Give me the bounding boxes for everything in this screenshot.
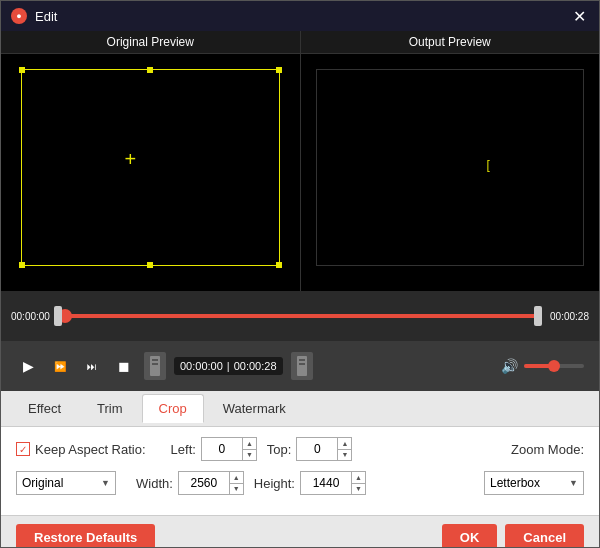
stop-button[interactable] [112,354,136,378]
top-input[interactable] [297,442,337,456]
original-preview-canvas: + [1,54,300,291]
letterbox-arrow-icon: ▼ [569,478,578,488]
total-time: 00:00:28 [234,360,277,372]
timeline-track[interactable] [58,314,542,318]
output-preview-canvas: [ [301,54,600,291]
zoom-mode-label: Zoom Mode: [511,442,584,457]
tab-crop[interactable]: Crop [142,394,204,423]
tab-watermark[interactable]: Watermark [206,394,303,423]
title-bar: ● Edit ✕ [1,1,599,31]
keep-aspect-ratio-label[interactable]: ✓ Keep Aspect Ratio: [16,442,146,457]
left-up[interactable]: ▲ [243,438,256,450]
width-up[interactable]: ▲ [230,472,243,484]
svg-rect-4 [299,359,305,361]
svg-rect-1 [152,359,158,361]
left-down[interactable]: ▼ [243,450,256,461]
restore-defaults-button[interactable]: Restore Defaults [16,524,155,548]
volume-icon: 🔊 [501,358,518,374]
width-label: Width: [136,476,173,491]
left-field-group: Left: ▲ ▼ [171,437,257,461]
crop-row-1: ✓ Keep Aspect Ratio: Left: ▲ ▼ Top: [16,437,584,461]
aspect-value: Original [22,476,63,490]
timeline-area[interactable]: 00:00:00 00:00:28 [1,291,599,341]
crosshair-icon: + [125,148,137,171]
timeline-bar[interactable]: 00:00:00 00:00:28 [11,291,589,341]
keep-aspect-text: Keep Aspect Ratio: [35,442,146,457]
width-down[interactable]: ▼ [230,484,243,495]
height-input[interactable] [301,476,351,490]
letterbox-select[interactable]: Letterbox ▼ [484,471,584,495]
app-icon: ● [11,8,27,24]
crop-handle-tm[interactable] [147,67,153,73]
timeline-fill [58,314,542,318]
crop-handle-bl[interactable] [19,262,25,268]
output-preview-panel: Output Preview [ [301,31,600,291]
fast-forward-button[interactable] [48,354,72,378]
current-time: 00:00:00 [180,360,223,372]
crop-handle-tl[interactable] [19,67,25,73]
time-separator: | [227,360,230,372]
timeline-end-time: 00:00:28 [550,311,589,322]
output-cursor: [ [486,158,489,172]
aspect-arrow-icon: ▼ [101,478,110,488]
ok-button[interactable]: OK [442,524,498,548]
dialog-title: Edit [35,9,569,24]
crop-handle-bm[interactable] [147,262,153,268]
volume-area: 🔊 [501,358,584,374]
preview-area: Original Preview + Output Preview [ [1,31,599,291]
volume-thumb[interactable] [548,360,560,372]
left-arrows: ▲ ▼ [242,438,256,460]
svg-rect-5 [299,363,305,365]
edit-dialog: ● Edit ✕ Original Preview + Output Pr [0,0,600,548]
left-spinner[interactable]: ▲ ▼ [201,437,257,461]
aspect-select[interactable]: Original ▼ [16,471,116,495]
left-label: Left: [171,442,196,457]
crop-handle-br[interactable] [276,262,282,268]
top-up[interactable]: ▲ [338,438,351,450]
top-label: Top: [267,442,292,457]
svg-rect-2 [152,363,158,365]
top-arrows: ▲ ▼ [337,438,351,460]
clip-start-icon [144,352,166,380]
tab-effect[interactable]: Effect [11,394,78,423]
left-input[interactable] [202,442,242,456]
timeline-left-marker[interactable] [54,306,62,326]
original-preview-label: Original Preview [1,31,300,54]
output-preview-label: Output Preview [301,31,600,54]
width-field-group: Width: ▲ ▼ [136,471,244,495]
cancel-button[interactable]: Cancel [505,524,584,548]
timeline-start-time: 00:00:00 [11,311,50,322]
footer: Restore Defaults OK Cancel [1,515,599,548]
play-button[interactable] [16,354,40,378]
height-down[interactable]: ▼ [352,484,365,495]
height-arrows: ▲ ▼ [351,472,365,494]
step-forward-button[interactable] [80,354,104,378]
letterbox-value: Letterbox [490,476,540,490]
close-button[interactable]: ✕ [569,6,589,26]
height-up[interactable]: ▲ [352,472,365,484]
height-spinner[interactable]: ▲ ▼ [300,471,366,495]
tabs-area: Effect Trim Crop Watermark [1,391,599,427]
timeline-right-marker[interactable] [534,306,542,326]
crop-row-2: Original ▼ Width: ▲ ▼ Height: [16,471,584,495]
height-label: Height: [254,476,295,491]
width-spinner[interactable]: ▲ ▼ [178,471,244,495]
tab-trim[interactable]: Trim [80,394,140,423]
crop-handle-tr[interactable] [276,67,282,73]
height-field-group: Height: ▲ ▼ [254,471,366,495]
clip-end-icon [291,352,313,380]
volume-slider[interactable] [524,364,584,368]
top-down[interactable]: ▼ [338,450,351,461]
width-arrows: ▲ ▼ [229,472,243,494]
crop-content: ✓ Keep Aspect Ratio: Left: ▲ ▼ Top: [1,427,599,515]
keep-aspect-checkbox[interactable]: ✓ [16,442,30,456]
controls-area: 00:00:00 | 00:00:28 🔊 [1,341,599,391]
time-display: 00:00:00 | 00:00:28 [174,357,283,375]
original-preview-panel: Original Preview + [1,31,301,291]
crop-overlay[interactable]: + [21,69,280,266]
top-spinner[interactable]: ▲ ▼ [296,437,352,461]
width-input[interactable] [179,476,229,490]
top-field-group: Top: ▲ ▼ [267,437,353,461]
